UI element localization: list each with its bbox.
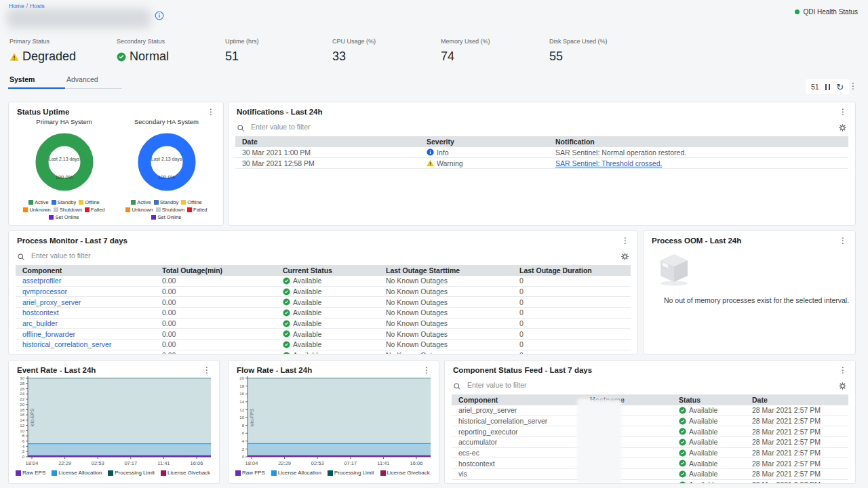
column-header-current-status[interactable]: Current Status: [276, 266, 379, 274]
process-monitor-card: Process Monitor - Last 7 days ⋮ Componen…: [8, 230, 638, 354]
donut-legend: ActiveStandbyOfflineUnknownShutdownFaile…: [116, 199, 218, 221]
legend-item: Shutdown: [54, 206, 82, 214]
process-monitor-table-body: assetprofiler0.00AvailableNo Known Outag…: [9, 276, 637, 354]
component-feed-row: visAvailable28 Mar 2021 2:57 PM: [452, 469, 848, 480]
legend-swatch: [380, 470, 386, 476]
component-link[interactable]: qvmprocessor: [22, 287, 67, 296]
table-settings-gear-icon[interactable]: [838, 123, 847, 131]
cell-last-outage-duration: 0: [513, 340, 631, 348]
column-header-notification[interactable]: Notification: [549, 138, 848, 146]
component-feed-row: Available28 Mar 2021 2:57 PM: [452, 480, 848, 484]
cell-component: qvmprocessor: [16, 287, 155, 296]
svg-text:14: 14: [20, 418, 24, 422]
tab-system[interactable]: System: [8, 72, 65, 89]
legend-swatch: [181, 200, 186, 205]
pause-icon[interactable]: [825, 84, 831, 90]
legend-swatch: [52, 470, 57, 476]
tab-advanced[interactable]: Advanced: [65, 72, 122, 88]
component-link[interactable]: arc_builder: [22, 319, 58, 327]
legend-label: Active: [137, 199, 151, 206]
donut-center-percent: 100.0%: [115, 174, 218, 180]
cell-total-outage: 0.00: [155, 330, 276, 338]
cell-status: Available: [672, 460, 745, 468]
process-monitor-filter-input[interactable]: [31, 251, 614, 260]
component-feed-filter-input[interactable]: [467, 381, 832, 389]
severity-label: Info: [437, 148, 449, 157]
card-overflow-menu-icon[interactable]: ⋮: [839, 108, 847, 116]
cell-component: historical_correlation_server: [452, 417, 583, 425]
component-link[interactable]: offline_forwarder: [22, 330, 75, 338]
component-link[interactable]: hostcontext: [22, 308, 59, 317]
column-header-total-outage-min[interactable]: Total Outage(min): [155, 266, 276, 274]
notifications-filter-input[interactable]: [251, 123, 832, 131]
cell-total-outage: 0.00: [155, 340, 276, 348]
card-overflow-menu-icon[interactable]: ⋮: [207, 108, 215, 116]
card-overflow-menu-icon[interactable]: ⋮: [839, 366, 847, 374]
status-label: Available: [293, 351, 321, 354]
component-link[interactable]: assetprofiler: [22, 277, 61, 285]
component-link[interactable]: historical_correlation_server: [22, 340, 111, 348]
card-overflow-menu-icon[interactable]: ⋮: [422, 366, 431, 374]
svg-text:6: 6: [242, 431, 245, 435]
svg-text:12: 12: [239, 408, 244, 412]
cell-date: 28 Mar 2021 2:57 PM: [745, 417, 848, 425]
legend-swatch: [156, 207, 161, 212]
notification-link[interactable]: SAR Sentinel: Threshold crossed.: [555, 159, 662, 167]
svg-text:24: 24: [20, 392, 24, 396]
component-status-feed-card: Component Status Feed - Last 7 days ⋮ Co…: [444, 360, 856, 484]
legend-swatch: [108, 470, 113, 476]
svg-text:14: 14: [239, 400, 244, 404]
column-header-last-outage-duration[interactable]: Last Outage Duration: [513, 266, 631, 274]
column-header-component[interactable]: Component: [16, 266, 155, 274]
component-feed-row: hostcontextAvailable28 Mar 2021 2:57 PM: [452, 458, 848, 469]
svg-text:10: 10: [239, 415, 244, 420]
card-overflow-menu-icon[interactable]: ⋮: [203, 366, 211, 374]
svg-text:12: 12: [20, 424, 24, 428]
table-settings-gear-icon[interactable]: [838, 381, 847, 390]
column-header-last-outage-starttime[interactable]: Last Outage Starttime: [379, 266, 513, 274]
legend-swatch: [49, 215, 54, 220]
column-header-status[interactable]: Status: [672, 396, 745, 404]
refresh-icon[interactable]: ↻: [836, 83, 844, 92]
cell-component: historical_correlation_server: [16, 340, 155, 348]
card-overflow-menu-icon[interactable]: ⋮: [839, 237, 847, 245]
card-overflow-menu-icon[interactable]: ⋮: [621, 237, 629, 245]
legend-swatch: [52, 200, 56, 205]
info-icon[interactable]: [155, 11, 164, 20]
search-icon: [237, 123, 245, 131]
cell-current-status: Available: [276, 340, 379, 348]
overflow-menu-icon[interactable]: ⋮: [849, 82, 857, 90]
legend-swatch: [16, 470, 21, 476]
column-header-component[interactable]: Component: [452, 396, 583, 404]
cell-status: Available: [672, 481, 745, 484]
cell-status: Available: [672, 438, 745, 446]
legend-item: Failed: [85, 206, 104, 214]
svg-text:07:17: 07:17: [344, 460, 357, 466]
cell-date: 28 Mar 2021 2:57 PM: [745, 406, 848, 414]
card-title: Process Monitor - Last 7 days: [17, 237, 127, 245]
column-header-date[interactable]: Date: [745, 396, 848, 404]
legend-item: Shutdown: [156, 206, 184, 214]
component-feed-table-body: ariel_proxy_serverAvailable28 Mar 2021 2…: [445, 405, 855, 484]
warning-icon: [9, 52, 19, 61]
column-header-severity[interactable]: Severity: [420, 138, 549, 146]
legend-swatch: [79, 200, 83, 205]
flow-rate-legend: Raw FPSLicense AllocationProcessing Limi…: [235, 470, 430, 476]
cell-total-outage: 0.00: [155, 287, 276, 296]
cell-date: 28 Mar 2021 2:57 PM: [745, 460, 848, 468]
legend-swatch: [151, 215, 156, 220]
cell-last-outage-starttime: No Known Outages: [379, 340, 513, 348]
legend-label: License Giveback: [387, 470, 430, 476]
legend-item: License Allocation: [271, 470, 321, 476]
flow-rate-chart: 0246810121416182018:0422:2902:5307:1711:…: [231, 374, 433, 469]
cell-total-outage: 0.00: [155, 319, 276, 327]
component-link[interactable]: ariel_proxy_server: [22, 298, 81, 306]
cell-last-outage-duration: 0: [513, 330, 631, 338]
legend-label: Standby: [58, 199, 77, 206]
legend-label: Shutdown: [60, 206, 82, 214]
column-header-date[interactable]: Date: [235, 138, 420, 146]
severity-label: Warning: [437, 159, 463, 167]
status-available-icon: [679, 407, 686, 414]
check-icon: [117, 52, 126, 61]
table-settings-gear-icon[interactable]: [620, 251, 629, 260]
